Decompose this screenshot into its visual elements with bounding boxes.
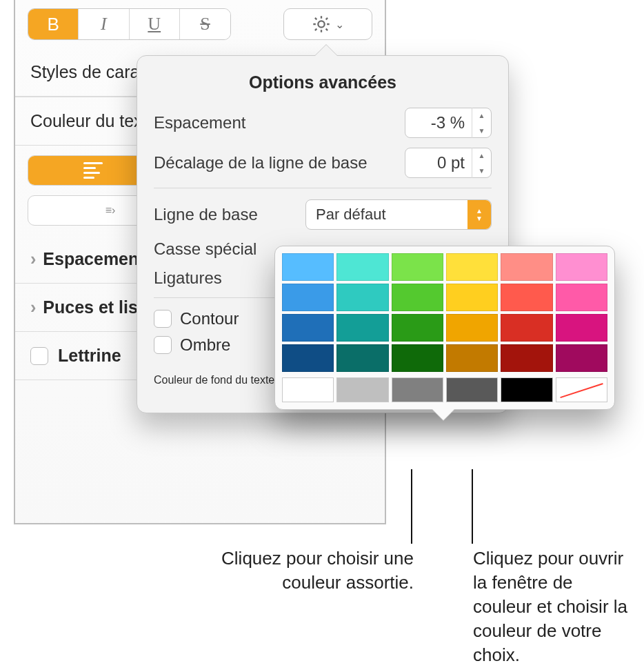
popover-title: Options avancées bbox=[154, 72, 492, 92]
color-swatch[interactable] bbox=[336, 344, 388, 372]
color-swatch[interactable] bbox=[501, 344, 552, 372]
color-swatch[interactable] bbox=[446, 284, 498, 311]
color-swatch[interactable] bbox=[282, 377, 334, 402]
dropcap-checkbox[interactable] bbox=[30, 347, 48, 365]
indent-icon: ≡› bbox=[105, 204, 116, 217]
italic-button[interactable]: I bbox=[79, 9, 129, 39]
color-swatch[interactable] bbox=[336, 377, 388, 402]
chevron-down-icon: ⌄ bbox=[335, 18, 344, 31]
ombre-label: Ombre bbox=[180, 335, 230, 355]
casse-label: Casse spécial bbox=[154, 239, 256, 259]
color-swatch[interactable] bbox=[336, 314, 388, 342]
baseline-shift-label: Décalage de la ligne de base bbox=[154, 153, 368, 173]
espacement-row: Espacement -3 % ▲▼ bbox=[154, 108, 492, 138]
color-swatch[interactable] bbox=[392, 253, 443, 281]
espacement-value: -3 % bbox=[405, 113, 472, 132]
italic-glyph: I bbox=[101, 14, 107, 35]
callout-text-left: Cliquez pour choisir une couleur assorti… bbox=[159, 546, 414, 595]
color-swatch[interactable] bbox=[392, 314, 443, 342]
no-color-swatch[interactable] bbox=[556, 377, 607, 402]
stepper-arrows-icon[interactable]: ▲▼ bbox=[472, 108, 491, 138]
color-swatch[interactable] bbox=[501, 284, 552, 311]
character-styles-label: Styles de cara bbox=[30, 62, 139, 81]
color-swatch[interactable] bbox=[556, 344, 607, 372]
advanced-options-button[interactable]: ⌄ bbox=[283, 8, 372, 40]
bold-button[interactable]: B bbox=[28, 9, 79, 39]
baseline-dropdown-value: Par défaut bbox=[316, 206, 386, 224]
underline-glyph: U bbox=[148, 14, 161, 35]
ombre-checkbox[interactable] bbox=[154, 336, 172, 354]
color-swatch[interactable] bbox=[336, 253, 388, 281]
text-color-label: Couleur du tex bbox=[30, 111, 143, 130]
baseline-dropdown[interactable]: Par défaut ▲▼ bbox=[305, 199, 492, 230]
spacing-label: Espacemen bbox=[43, 249, 139, 268]
gear-icon bbox=[312, 14, 331, 34]
color-swatch[interactable] bbox=[501, 253, 552, 281]
color-swatch[interactable] bbox=[392, 344, 443, 372]
style-segmented-control: B I U S bbox=[28, 8, 231, 40]
color-swatch[interactable] bbox=[446, 344, 498, 372]
contour-checkbox[interactable] bbox=[154, 310, 172, 328]
color-swatch[interactable] bbox=[446, 253, 498, 281]
callout-line-left bbox=[411, 469, 412, 544]
color-swatch[interactable] bbox=[282, 253, 334, 281]
espacement-label: Espacement bbox=[154, 113, 245, 132]
text-bgcolor-label: Couleur de fond du texte bbox=[154, 374, 274, 386]
color-swatch[interactable] bbox=[556, 253, 607, 281]
color-swatch[interactable] bbox=[501, 377, 552, 402]
stepper-arrows-icon[interactable]: ▲▼ bbox=[472, 148, 491, 178]
color-swatch[interactable] bbox=[501, 314, 552, 342]
color-swatch[interactable] bbox=[282, 314, 334, 342]
dropdown-arrows-icon: ▲▼ bbox=[467, 200, 491, 229]
color-swatch[interactable] bbox=[392, 284, 443, 311]
dropcap-label: Lettrine bbox=[58, 346, 121, 366]
espacement-stepper[interactable]: -3 % ▲▼ bbox=[405, 108, 492, 138]
color-swatch[interactable] bbox=[336, 284, 388, 311]
callout-line-right bbox=[472, 469, 473, 544]
ligatures-label: Ligatures bbox=[154, 268, 222, 288]
divider bbox=[154, 188, 492, 188]
color-swatch[interactable] bbox=[556, 314, 607, 342]
color-swatch[interactable] bbox=[392, 377, 443, 402]
bullets-label: Puces et lis bbox=[43, 297, 138, 317]
baseline-row: Ligne de base Par défaut ▲▼ bbox=[154, 199, 492, 230]
text-style-toolbar: B I U S ⌄ bbox=[15, 0, 385, 48]
baseline-shift-value: 0 pt bbox=[405, 153, 472, 173]
color-swatch[interactable] bbox=[446, 377, 498, 402]
color-swatch-grid bbox=[282, 253, 607, 372]
bold-glyph: B bbox=[47, 14, 59, 35]
color-neutral-row bbox=[282, 377, 607, 402]
baseline-shift-row: Décalage de la ligne de base 0 pt ▲▼ bbox=[154, 148, 492, 178]
contour-label: Contour bbox=[180, 309, 239, 328]
baseline-label: Ligne de base bbox=[154, 205, 258, 224]
color-swatch[interactable] bbox=[282, 284, 334, 311]
strike-button[interactable]: S bbox=[180, 9, 230, 39]
color-swatch-popover bbox=[274, 246, 615, 410]
underline-button[interactable]: U bbox=[130, 9, 180, 39]
color-swatch[interactable] bbox=[282, 344, 334, 372]
color-swatch[interactable] bbox=[446, 314, 498, 342]
baseline-shift-stepper[interactable]: 0 pt ▲▼ bbox=[405, 148, 492, 178]
callout-text-right: Cliquez pour ouvrir la fenêtre de couleu… bbox=[473, 546, 636, 667]
strike-glyph: S bbox=[200, 14, 210, 35]
color-swatch[interactable] bbox=[556, 284, 607, 311]
